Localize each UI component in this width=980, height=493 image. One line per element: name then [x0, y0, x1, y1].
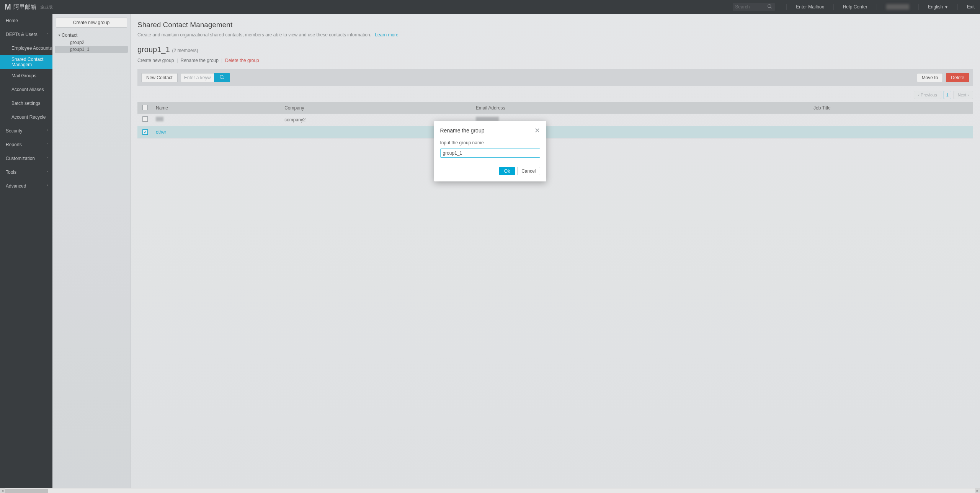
close-icon[interactable]: ✕: [534, 126, 540, 135]
scroll-track[interactable]: [5, 488, 975, 493]
scroll-thumb[interactable]: [5, 489, 48, 493]
group-name-input[interactable]: [440, 149, 540, 158]
modal-input-label: Input the group name: [440, 140, 540, 145]
ok-button[interactable]: Ok: [499, 167, 515, 175]
modal-overlay: Rename the group ✕ Input the group name …: [0, 0, 980, 493]
cancel-button[interactable]: Cancel: [517, 167, 540, 175]
modal-title: Rename the group: [440, 127, 485, 134]
scroll-left-button[interactable]: ◄: [0, 488, 5, 493]
scroll-right-button[interactable]: ►: [975, 488, 980, 493]
rename-group-modal: Rename the group ✕ Input the group name …: [434, 121, 546, 181]
horizontal-scrollbar[interactable]: ◄ ►: [0, 488, 980, 493]
